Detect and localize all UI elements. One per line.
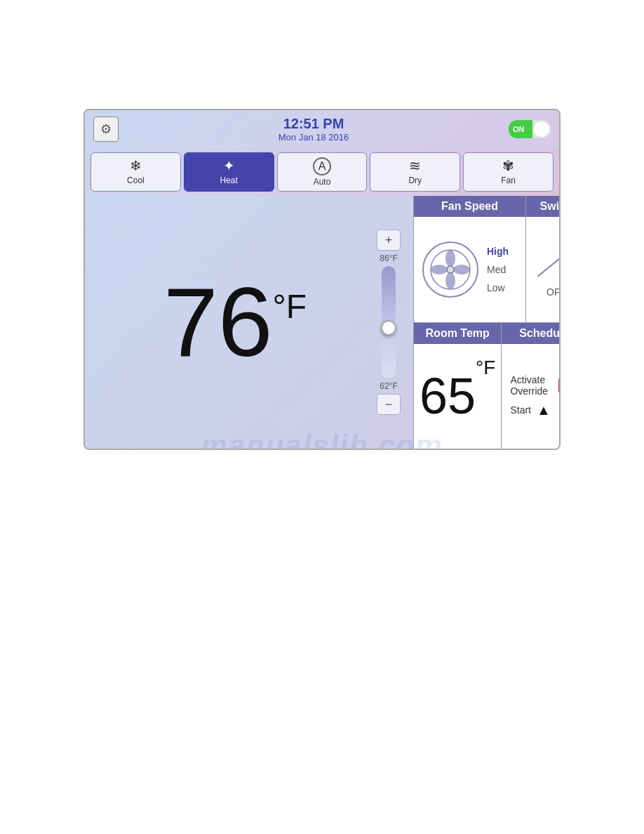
schedule-header: Schedule bbox=[502, 323, 561, 344]
mode-fan-button[interactable]: ✾ Fan bbox=[463, 152, 554, 192]
temp-max-label: 86°F bbox=[380, 253, 397, 263]
schedule-panel: Schedule Activate Override ◄ bbox=[502, 323, 561, 449]
room-temperature-value: 65 bbox=[420, 371, 476, 421]
swing-svg-icon bbox=[532, 241, 561, 284]
fan-icon: ✾ bbox=[502, 157, 514, 174]
fan-speed-options: High Med Low bbox=[478, 243, 517, 296]
dry-icon: ≋ bbox=[409, 157, 421, 174]
room-temperature-unit: °F bbox=[476, 357, 495, 379]
swing-body: OFF bbox=[526, 217, 561, 322]
fan-speed-header: Fan Speed bbox=[414, 196, 525, 217]
temperature-unit: °F bbox=[273, 287, 307, 326]
mode-dry-button[interactable]: ≋ Dry bbox=[370, 152, 460, 192]
temperature-control: 76 °F + 86°F 62°F − bbox=[85, 196, 413, 449]
current-date: Mon Jan 18 2016 bbox=[279, 132, 349, 143]
temp-increase-button[interactable]: + bbox=[377, 230, 401, 251]
gear-icon: ⚙ bbox=[100, 121, 112, 137]
auto-icon: A bbox=[313, 157, 331, 176]
toggle-circle bbox=[534, 121, 549, 137]
power-toggle[interactable]: ON bbox=[509, 120, 551, 138]
start-up-arrow-icon[interactable]: ▲ bbox=[537, 402, 551, 418]
mode-auto-label: Auto bbox=[314, 177, 331, 187]
header-center: 12:51 PM Mon Jan 18 2016 bbox=[279, 116, 349, 143]
fan-svg-icon bbox=[429, 249, 471, 291]
svg-point-3 bbox=[453, 265, 470, 274]
start-row: Start ▲ bbox=[510, 402, 550, 418]
bottom-panels: Room Temp 65 °F Schedule Activate Overri… bbox=[414, 323, 561, 449]
plus-icon: + bbox=[385, 233, 393, 248]
mode-heat-label: Heat bbox=[220, 176, 238, 185]
top-panels: Fan Speed bbox=[414, 196, 561, 323]
set-temperature-value: 76 bbox=[163, 273, 273, 371]
svg-line-7 bbox=[538, 249, 561, 276]
right-panels: Fan Speed bbox=[413, 196, 561, 449]
override-label: Activate Override bbox=[510, 374, 553, 397]
svg-point-6 bbox=[448, 267, 453, 272]
fan-speed-panel: Fan Speed bbox=[414, 196, 526, 322]
mode-heat-button[interactable]: ✦ Heat bbox=[184, 152, 274, 192]
toggle-on-label: ON bbox=[509, 120, 532, 138]
fan-speed-body: High Med Low bbox=[414, 217, 525, 322]
header-bar: ⚙ 12:51 PM Mon Jan 18 2016 ON bbox=[85, 110, 559, 148]
override-row: Activate Override ◄ bbox=[510, 374, 561, 397]
room-temp-body: 65 °F bbox=[414, 344, 501, 449]
room-temp-panel: Room Temp 65 °F bbox=[414, 323, 502, 449]
start-label: Start bbox=[510, 404, 531, 416]
fan-speed-low-button[interactable]: Low bbox=[478, 279, 517, 296]
swing-panel: Swing OFF bbox=[526, 196, 561, 322]
sun-icon: ✦ bbox=[223, 157, 235, 174]
temp-decrease-button[interactable]: − bbox=[377, 394, 401, 415]
svg-point-2 bbox=[445, 250, 455, 267]
main-content: 76 °F + 86°F 62°F − bbox=[85, 196, 559, 449]
override-toggle-button[interactable]: ◄ bbox=[558, 378, 561, 393]
mode-fan-label: Fan bbox=[501, 176, 516, 185]
override-label-line2: Override bbox=[510, 385, 553, 397]
mode-cool-label: Cool bbox=[127, 176, 145, 185]
minus-icon: − bbox=[385, 397, 393, 412]
temp-min-label: 62°F bbox=[380, 381, 397, 391]
settings-button[interactable]: ⚙ bbox=[93, 117, 119, 142]
svg-point-5 bbox=[431, 265, 448, 274]
room-temp-header: Room Temp bbox=[414, 323, 501, 344]
temperature-slider-thumb[interactable] bbox=[381, 320, 396, 336]
svg-point-4 bbox=[445, 272, 455, 289]
swing-status-label: OFF bbox=[546, 286, 561, 298]
mode-auto-button[interactable]: A Auto bbox=[277, 152, 368, 192]
mode-dry-label: Dry bbox=[408, 176, 422, 185]
schedule-body: Activate Override ◄ Start ▲ bbox=[502, 344, 561, 449]
fan-speed-high-button[interactable]: High bbox=[478, 243, 517, 260]
override-label-line1: Activate bbox=[510, 374, 553, 385]
thermostat-unit: ⚙ 12:51 PM Mon Jan 18 2016 ON ❄ Cool ✦ H… bbox=[83, 109, 561, 450]
mode-row: ❄ Cool ✦ Heat A Auto ≋ Dry ✾ Fan bbox=[85, 148, 559, 196]
current-time: 12:51 PM bbox=[279, 116, 349, 132]
swing-header: Swing bbox=[526, 196, 561, 217]
snowflake-icon: ❄ bbox=[130, 157, 142, 174]
temperature-display: 76 °F bbox=[99, 273, 371, 371]
temperature-slider-track[interactable] bbox=[382, 266, 396, 378]
mode-cool-button[interactable]: ❄ Cool bbox=[90, 152, 181, 192]
fan-speed-med-button[interactable]: Med bbox=[478, 261, 517, 278]
fan-icon-display bbox=[422, 241, 478, 298]
temperature-slider-area: + 86°F 62°F − bbox=[371, 230, 413, 415]
